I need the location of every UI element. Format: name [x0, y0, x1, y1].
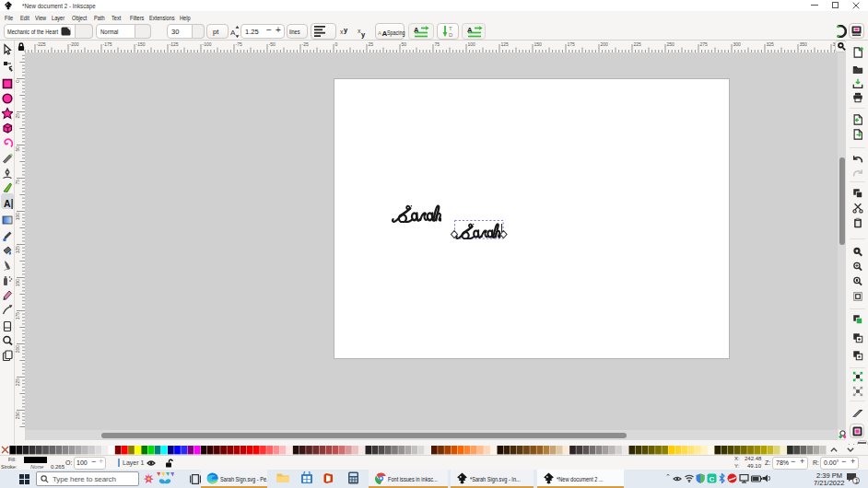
svg-text:-100: -100	[203, 41, 212, 47]
svg-text:50: 50	[402, 41, 407, 47]
svg-text:325: 325	[767, 41, 775, 47]
svg-text:-25: -25	[302, 41, 309, 47]
svg-text:-150: -150	[136, 41, 146, 47]
svg-text:150: 150	[534, 41, 543, 47]
svg-text:-75: -75	[236, 41, 242, 47]
svg-text:175: 175	[15, 312, 20, 320]
svg-text:225: 225	[634, 41, 642, 47]
svg-text:-50: -50	[269, 41, 276, 47]
svg-text:200: 200	[15, 345, 20, 354]
svg-text:A: A	[378, 30, 381, 36]
svg-text:100: 100	[468, 41, 476, 47]
svg-text:300: 300	[733, 41, 742, 47]
svg-text:D: D	[449, 32, 453, 38]
svg-text:350: 350	[800, 41, 808, 47]
svg-text:250: 250	[667, 41, 675, 47]
svg-text:225: 225	[15, 378, 20, 387]
svg-text:100: 100	[15, 213, 20, 221]
svg-text:250: 250	[15, 412, 20, 420]
svg-text:125: 125	[501, 41, 510, 47]
svg-text:275: 275	[700, 41, 709, 47]
svg-text:1: 1	[855, 478, 859, 484]
svg-text:A: A	[4, 198, 11, 209]
svg-text:-225: -225	[37, 41, 46, 47]
svg-text:-125: -125	[170, 41, 179, 47]
svg-text:C: C	[710, 474, 715, 482]
svg-text:-200: -200	[70, 41, 79, 47]
svg-text:75: 75	[15, 180, 20, 185]
svg-text:T: T	[449, 26, 452, 31]
svg-text:125: 125	[15, 246, 20, 254]
svg-text:75: 75	[435, 41, 440, 47]
svg-text:175: 175	[568, 41, 576, 47]
svg-text:A: A	[230, 29, 236, 37]
svg-text:0: 0	[15, 80, 20, 83]
svg-text:25: 25	[15, 113, 20, 119]
svg-text:150: 150	[15, 279, 20, 287]
svg-text:200: 200	[601, 41, 609, 47]
svg-text:-175: -175	[103, 41, 112, 47]
svg-text:0: 0	[335, 41, 338, 47]
svg-text:25: 25	[369, 41, 374, 47]
svg-text:50: 50	[15, 146, 20, 152]
